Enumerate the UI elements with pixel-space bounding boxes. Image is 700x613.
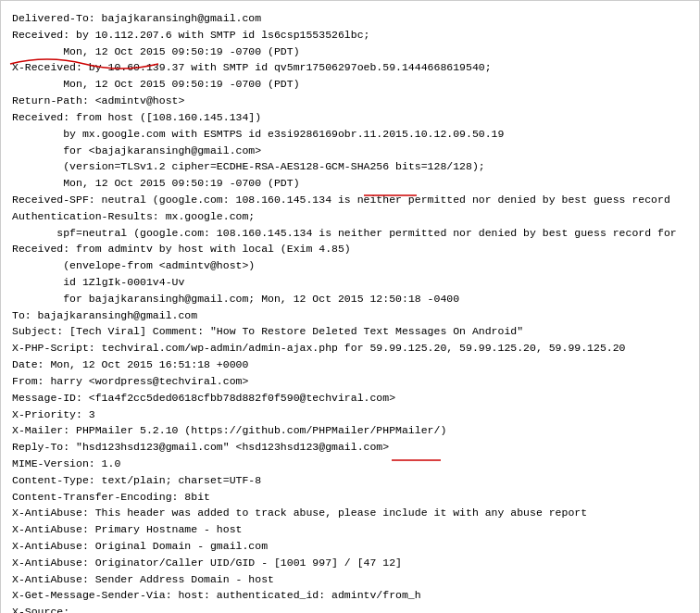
- email-header-content[interactable]: Delivered-To: bajajkaransingh@gmail.com …: [12, 10, 688, 613]
- email-header-container: Delivered-To: bajajkaransingh@gmail.com …: [0, 0, 700, 613]
